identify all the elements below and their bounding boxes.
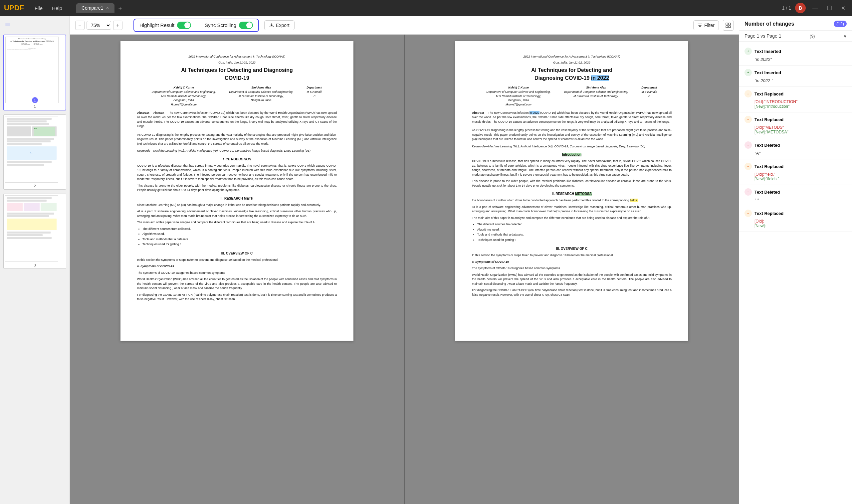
inserted-icon-2: +	[745, 69, 752, 76]
changes-subheader[interactable]: Page 1 vs Page 1 (9) ∨	[739, 31, 852, 41]
right-author2-inst: M S Ramaih Institute of Technology,	[573, 94, 619, 98]
menu-file[interactable]: File	[31, 4, 47, 12]
change-value-5: "A"	[755, 151, 847, 156]
right-authors: Kshitij C Kurne Department of Computer S…	[472, 86, 672, 107]
change-type-label-8: Text Replaced	[755, 211, 783, 216]
left-abstract-text: Abstract— The new Coronavirus infection …	[137, 111, 337, 128]
left-abstract-body: As COVID-19 diagnosing is the lengthy pr…	[137, 133, 337, 146]
change-item-8[interactable]: ↔ Text Replaced [Old]: [New]:	[739, 206, 852, 232]
layers-icon[interactable]	[3, 20, 13, 30]
chevron-down-icon[interactable]: ∨	[844, 33, 847, 39]
svg-text:−: −	[747, 190, 749, 194]
left-author3: Department M S Ramaih B	[306, 86, 322, 107]
change-old-new-3: [Old]:"INTRODUCTION" [New]:"Introduction…	[755, 100, 847, 109]
left-section3-text: In this section the symptoms or steps ta…	[137, 258, 337, 263]
changes-count: (12)	[834, 21, 847, 27]
change-type-6: ↔ Text Replaced	[745, 163, 847, 170]
change-item-6[interactable]: ↔ Text Replaced [Old]:"field." [New]:"fi…	[739, 159, 852, 185]
change-item-5[interactable]: − Text Deleted "A"	[739, 138, 852, 159]
changes-page-label: Page 1 vs Page 1	[745, 33, 781, 39]
page-label-3: 3	[5, 263, 65, 267]
svg-text:−: −	[747, 143, 749, 147]
page-thumb-1[interactable]: 2022 International Conference for Advanc…	[3, 35, 66, 110]
right-research-text2: AI is a part of software engineering adv…	[472, 205, 672, 214]
right-doc-page-wrapper: 2022 International Conference for Advanc…	[411, 41, 732, 341]
left-col-right: Since Machine Learning (ML) as (AI) has …	[137, 203, 337, 248]
filter-icon	[697, 23, 702, 28]
menu-help[interactable]: Help	[48, 4, 66, 12]
change-old-4: [Old]:"METODS"	[755, 125, 784, 130]
change-item-4[interactable]: ↔ Text Replaced [Old]:"METODS" [New]:"ME…	[739, 112, 852, 138]
change-type-7: − Text Deleted	[745, 188, 847, 196]
change-new-3: [New]:"Introduction"	[755, 104, 789, 109]
svg-rect-3	[726, 23, 728, 25]
sync-label: Sync Scrolling	[205, 22, 236, 28]
zoom-out-btn[interactable]: −	[75, 21, 85, 30]
layout-icon	[726, 23, 731, 28]
maximize-btn[interactable]: ❐	[824, 5, 834, 11]
left-intro-text: COVID-19 is a infectious disease, that h…	[137, 164, 337, 182]
top-toolbar: − 75% 50% 100% 125% + Highlight Result	[70, 16, 739, 35]
layout-btn[interactable]	[723, 20, 733, 31]
zoom-select[interactable]: 75% 50% 100% 125%	[87, 21, 111, 30]
right-author3-dept: M S Ramaih	[641, 90, 657, 93]
replaced-icon-4: ↔	[745, 116, 752, 123]
right-keywords: Keywords—Machine Learning (ML), Artifici…	[472, 144, 672, 149]
right-author2-name: Sini Anna Alex	[586, 86, 606, 89]
bullet-2: Algorithms used.	[142, 232, 337, 236]
change-item-2[interactable]: + Text Inserted "in 2022 "	[739, 66, 852, 87]
deleted-icon-5: −	[745, 141, 752, 149]
minimize-btn[interactable]: —	[810, 5, 820, 11]
close-btn[interactable]: ✕	[838, 5, 848, 11]
page-thumb-3[interactable]: 3	[3, 194, 66, 269]
right-doc-panel[interactable]: 2022 International Conference for Advanc…	[405, 35, 739, 504]
right-author3-loc: B	[648, 94, 650, 98]
left-author3-loc: B	[314, 94, 316, 98]
left-author3-name: Department	[306, 86, 322, 89]
filter-btn[interactable]: Filter	[693, 20, 719, 30]
change-value-2: "in 2022 "	[755, 78, 847, 83]
hs-separator	[198, 21, 198, 29]
sync-toggle[interactable]	[239, 22, 253, 29]
changes-title: Number of changes	[745, 21, 794, 27]
export-label: Export	[276, 23, 289, 28]
right-two-col: the boundaries of it within which it has…	[472, 198, 672, 243]
right-abstract: Abstract— The new Coronavirus infection …	[472, 111, 672, 124]
left-author1-name: Kshitij C Kurne	[173, 86, 194, 89]
change-item-1[interactable]: + Text Inserted "in 2022"	[739, 44, 852, 66]
left-doc-panel[interactable]: 2022 International Conference for Advanc…	[70, 35, 405, 504]
change-item-3[interactable]: ↔ Text Replaced [Old]:"INTRODUCTION" [Ne…	[739, 87, 852, 112]
tab-add-icon[interactable]: ＋	[117, 4, 123, 12]
svg-rect-0	[5, 24, 10, 24]
nav-arrows[interactable]: 1 / 1	[782, 5, 791, 11]
tab-compare1[interactable]: Compare1 ✕	[76, 3, 114, 13]
highlight-result-label: Highlight Result	[139, 22, 174, 28]
user-avatar[interactable]: B	[795, 3, 806, 13]
page-thumb-2[interactable]: ●chart John ... 2	[3, 114, 66, 190]
tab-close-icon[interactable]: ✕	[106, 6, 109, 10]
replaced-icon-3: ↔	[745, 90, 752, 97]
right-conf2: Goa, India. Jan 21-22, 2022	[472, 60, 672, 65]
highlight-toggle[interactable]	[177, 22, 191, 29]
right-abstract-highlight: in 2022	[530, 111, 539, 114]
right-intro-text: COVID-19 is a infectious disease, that h…	[472, 159, 672, 177]
right-research-text3: The main aim of this paper is to analyze…	[472, 216, 672, 220]
left-author2-loc: Bengaluru, India	[251, 98, 271, 102]
toolbar-separator-1	[128, 20, 128, 30]
change-type-2: + Text Inserted	[745, 69, 847, 76]
change-old-8: [Old]:	[755, 219, 764, 223]
inserted-icon-1: +	[745, 48, 752, 55]
change-item-7[interactable]: − Text Deleted " "	[739, 185, 852, 206]
right-doc-page: 2022 International Conference for Advanc…	[455, 41, 688, 341]
change-type-label-5: Text Deleted	[755, 143, 780, 148]
right-conf: 2022 International Conference for Advanc…	[472, 55, 672, 59]
export-btn[interactable]: Export	[264, 20, 294, 30]
right-title-highlight: in 2022	[591, 75, 609, 81]
right-author1-loc: Bengaluru, India	[508, 98, 529, 102]
changes-panel: Number of changes (12) Page 1 vs Page 1 …	[739, 16, 852, 504]
svg-text:↔: ↔	[747, 165, 749, 168]
zoom-in-btn[interactable]: +	[113, 21, 123, 30]
left-author1: Kshitij C Kurne Department of Computer S…	[152, 86, 216, 107]
svg-rect-4	[729, 23, 730, 25]
left-doc-page-wrapper: 2022 International Conference for Advanc…	[76, 41, 397, 341]
